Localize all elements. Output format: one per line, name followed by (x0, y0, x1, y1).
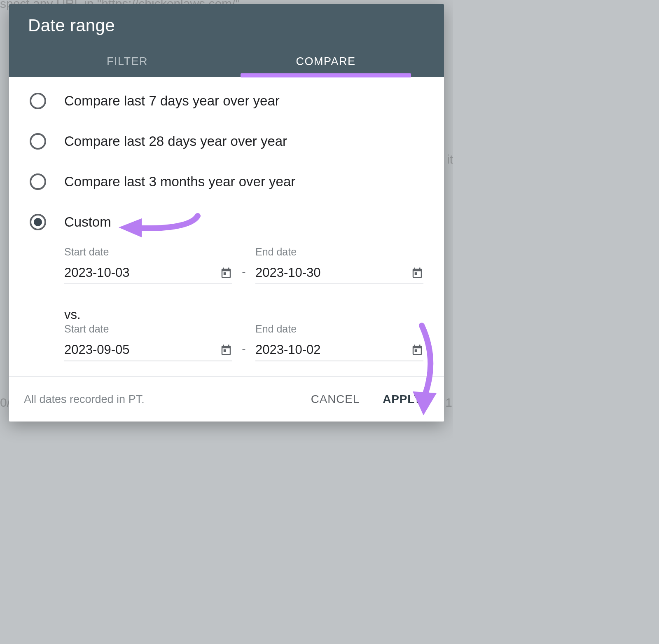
start-date-label: Start date (64, 246, 232, 258)
date-separator: - (240, 342, 248, 361)
dialog-footer: All dates recorded in PT. CANCEL APPLY (9, 376, 444, 422)
option-compare-3m-yoy[interactable]: Compare last 3 months year over year (30, 173, 423, 190)
apply-button[interactable]: APPLY (375, 388, 429, 411)
timezone-note: All dates recorded in PT. (24, 393, 304, 406)
compare-start-date-input[interactable] (64, 342, 220, 357)
compare-start-date-field: Start date (64, 323, 232, 361)
start-date-field: Start date (64, 246, 232, 284)
tab-filter[interactable]: FILTER (28, 45, 227, 77)
compare-start-date-input-wrap[interactable] (64, 340, 232, 361)
date-separator: - (240, 265, 248, 284)
date-range-dialog: Date range FILTER COMPARE Compare last 7… (9, 4, 444, 422)
radio-icon (30, 173, 46, 190)
calendar-icon[interactable] (411, 344, 423, 356)
compare-end-date-input[interactable] (255, 342, 411, 357)
bg-text: it (447, 152, 453, 166)
radio-icon (30, 133, 46, 150)
start-date-label: Start date (64, 323, 232, 335)
tabs: FILTER COMPARE (28, 45, 425, 77)
option-compare-7d-yoy[interactable]: Compare last 7 days year over year (30, 93, 423, 109)
cancel-button[interactable]: CANCEL (304, 388, 367, 411)
date-row-primary: Start date - End date (64, 246, 423, 284)
end-date-field: End date (255, 246, 423, 284)
tab-compare[interactable]: COMPARE (227, 45, 425, 77)
option-label: Compare last 28 days year over year (64, 133, 287, 149)
dialog-title: Date range (28, 16, 425, 35)
date-row-compare: Start date - End date (64, 323, 423, 361)
start-date-input[interactable] (64, 265, 220, 280)
calendar-icon[interactable] (411, 267, 423, 279)
option-custom[interactable]: Custom (30, 214, 423, 230)
bg-text: 1 (445, 396, 452, 410)
dialog-body: Compare last 7 days year over year Compa… (9, 77, 444, 376)
option-label: Compare last 3 months year over year (64, 174, 295, 190)
end-date-label: End date (255, 246, 423, 258)
end-date-input-wrap[interactable] (255, 263, 423, 284)
calendar-icon[interactable] (220, 344, 232, 356)
radio-icon (30, 214, 46, 230)
start-date-input-wrap[interactable] (64, 263, 232, 284)
compare-end-date-field: End date (255, 323, 423, 361)
end-date-label: End date (255, 323, 423, 335)
option-compare-28d-yoy[interactable]: Compare last 28 days year over year (30, 133, 423, 150)
end-date-input[interactable] (255, 265, 411, 280)
calendar-icon[interactable] (220, 267, 232, 279)
dialog-header: Date range FILTER COMPARE (9, 4, 444, 77)
custom-date-block: Start date - End date vs. (30, 246, 423, 361)
option-label: Custom (64, 214, 111, 230)
compare-end-date-input-wrap[interactable] (255, 340, 423, 361)
vs-label: vs. (64, 307, 423, 322)
radio-icon (30, 93, 46, 109)
option-label: Compare last 7 days year over year (64, 93, 280, 109)
